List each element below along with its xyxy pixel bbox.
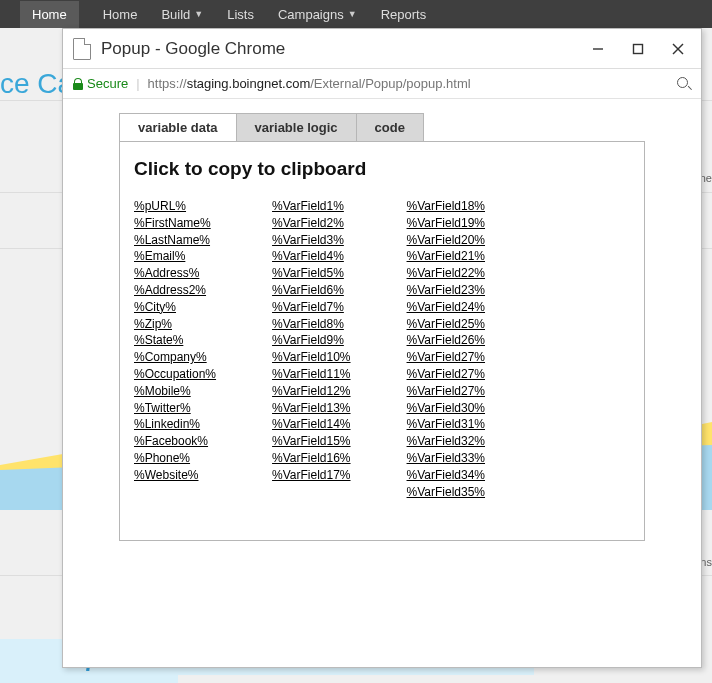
content-heading: Click to copy to clipboard <box>134 158 630 180</box>
variable-link[interactable]: %VarField3% <box>272 232 350 249</box>
nav-item-reports[interactable]: Reports <box>381 7 427 22</box>
url-path: /External/Popup/popup.html <box>310 76 470 91</box>
nav-item-lists[interactable]: Lists <box>227 7 254 22</box>
address-separator: | <box>136 76 139 91</box>
variable-link[interactable]: %VarField24% <box>407 299 485 316</box>
variable-link[interactable]: %VarField27% <box>407 349 485 366</box>
variable-link[interactable]: %VarField32% <box>407 433 485 450</box>
variable-link[interactable]: %Occupation% <box>134 366 216 383</box>
variable-link[interactable]: %VarField4% <box>272 248 350 265</box>
variable-link[interactable]: %VarField27% <box>407 366 485 383</box>
variable-link[interactable]: %Linkedin% <box>134 416 216 433</box>
window-controls <box>591 42 691 56</box>
maximize-button[interactable] <box>631 42 645 56</box>
secure-badge: Secure <box>73 76 128 91</box>
variable-link[interactable]: %VarField10% <box>272 349 350 366</box>
variable-link[interactable]: %Website% <box>134 467 216 484</box>
nav-item-campaigns[interactable]: Campaigns▼ <box>278 7 357 22</box>
variable-link[interactable]: %Facebook% <box>134 433 216 450</box>
tab-content: Click to copy to clipboard %pURL%%FirstN… <box>119 141 645 541</box>
variable-link[interactable]: %City% <box>134 299 216 316</box>
variable-link[interactable]: %VarField34% <box>407 467 485 484</box>
variable-link[interactable]: %LastName% <box>134 232 216 249</box>
popup-body: variable datavariable logiccode Click to… <box>63 99 701 555</box>
url-scheme: https:// <box>148 76 187 91</box>
variable-link[interactable]: %VarField23% <box>407 282 485 299</box>
tab-variable-data[interactable]: variable data <box>120 114 237 141</box>
variable-link[interactable]: %VarField25% <box>407 316 485 333</box>
variable-link[interactable]: %VarField30% <box>407 400 485 417</box>
background-nav: HomeHomeBuild▼ListsCampaigns▼Reports <box>0 0 712 28</box>
variable-link[interactable]: %VarField1% <box>272 198 350 215</box>
tab-code[interactable]: code <box>357 114 423 141</box>
variable-link[interactable]: %VarField22% <box>407 265 485 282</box>
chevron-down-icon: ▼ <box>194 9 203 19</box>
variable-columns: %pURL%%FirstName%%LastName%%Email%%Addre… <box>134 198 630 500</box>
variable-link[interactable]: %VarField9% <box>272 332 350 349</box>
variable-link[interactable]: %Company% <box>134 349 216 366</box>
variable-link[interactable]: %Twitter% <box>134 400 216 417</box>
variable-link[interactable]: %VarField27% <box>407 383 485 400</box>
variable-link[interactable]: %VarField31% <box>407 416 485 433</box>
variable-link[interactable]: %VarField6% <box>272 282 350 299</box>
variable-link[interactable]: %Mobile% <box>134 383 216 400</box>
svg-rect-3 <box>634 44 643 53</box>
popup-titlebar: Popup - Google Chrome <box>63 29 701 69</box>
variable-link[interactable]: %VarField7% <box>272 299 350 316</box>
address-url[interactable]: https://staging.boingnet.com/External/Po… <box>148 76 669 91</box>
close-button[interactable] <box>671 42 685 56</box>
nav-item-build[interactable]: Build▼ <box>161 7 203 22</box>
lock-icon <box>73 78 83 90</box>
nav-item-home[interactable]: Home <box>103 7 138 22</box>
variable-link[interactable]: %VarField12% <box>272 383 350 400</box>
variable-column: %VarField1%%VarField2%%VarField3%%VarFie… <box>272 198 350 500</box>
variable-link[interactable]: %VarField15% <box>272 433 350 450</box>
variable-link[interactable]: %pURL% <box>134 198 216 215</box>
variable-column: %VarField18%%VarField19%%VarField20%%Var… <box>407 198 485 500</box>
secure-label: Secure <box>87 76 128 91</box>
variable-link[interactable]: %Email% <box>134 248 216 265</box>
variable-link[interactable]: %VarField13% <box>272 400 350 417</box>
variable-link[interactable]: %VarField33% <box>407 450 485 467</box>
tabs-row: variable datavariable logiccode <box>119 113 424 141</box>
url-host: staging.boingnet.com <box>187 76 311 91</box>
tab-variable-logic[interactable]: variable logic <box>237 114 357 141</box>
variable-link[interactable]: %VarField14% <box>272 416 350 433</box>
variable-link[interactable]: %VarField26% <box>407 332 485 349</box>
variable-link[interactable]: %VarField18% <box>407 198 485 215</box>
variable-link[interactable]: %VarField8% <box>272 316 350 333</box>
nav-item-home[interactable]: Home <box>20 1 79 28</box>
variable-link[interactable]: %VarField35% <box>407 484 485 501</box>
document-icon <box>73 38 91 60</box>
popup-window: Popup - Google Chrome Secure | https://s… <box>62 28 702 668</box>
variable-column: %pURL%%FirstName%%LastName%%Email%%Addre… <box>134 198 216 500</box>
variable-link[interactable]: %Zip% <box>134 316 216 333</box>
variable-link[interactable]: %VarField20% <box>407 232 485 249</box>
variable-link[interactable]: %VarField21% <box>407 248 485 265</box>
variable-link[interactable]: %VarField2% <box>272 215 350 232</box>
variable-link[interactable]: %Address2% <box>134 282 216 299</box>
variable-link[interactable]: %Address% <box>134 265 216 282</box>
magnifier-icon[interactable] <box>677 77 691 91</box>
address-bar: Secure | https://staging.boingnet.com/Ex… <box>63 69 701 99</box>
variable-link[interactable]: %Phone% <box>134 450 216 467</box>
variable-link[interactable]: %FirstName% <box>134 215 216 232</box>
variable-link[interactable]: %VarField11% <box>272 366 350 383</box>
variable-link[interactable]: %VarField5% <box>272 265 350 282</box>
minimize-button[interactable] <box>591 42 605 56</box>
variable-link[interactable]: %VarField19% <box>407 215 485 232</box>
chevron-down-icon: ▼ <box>348 9 357 19</box>
variable-link[interactable]: %VarField17% <box>272 467 350 484</box>
variable-link[interactable]: %VarField16% <box>272 450 350 467</box>
popup-title: Popup - Google Chrome <box>101 39 591 59</box>
variable-link[interactable]: %State% <box>134 332 216 349</box>
